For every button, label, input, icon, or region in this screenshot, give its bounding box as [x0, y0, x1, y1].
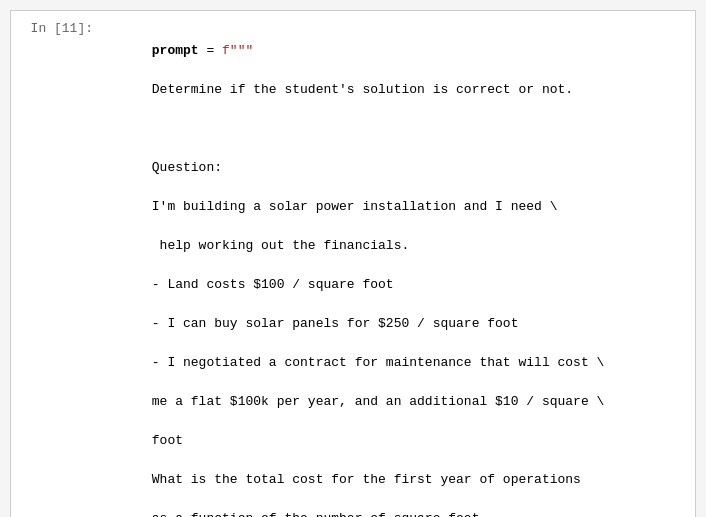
line-q5: What is the total cost for the first yea… [152, 472, 581, 487]
line-q4c: foot [152, 433, 183, 448]
line-q2: - Land costs $100 / square foot [152, 277, 394, 292]
line-q1: I'm building a solar power installation … [152, 199, 558, 214]
var-prompt: prompt [152, 43, 199, 58]
line-q4: - I negotiated a contract for maintenanc… [152, 355, 604, 370]
str-fquote: f""" [222, 43, 253, 58]
line-q6: as a function of the number of square fe… [152, 511, 487, 518]
line-q4b: me a flat $100k per year, and an additio… [152, 394, 604, 409]
line-1: Determine if the student's solution is c… [152, 82, 573, 97]
line-question: Question: [152, 160, 222, 175]
notebook-cell: In [11]: prompt = f""" Determine if the … [10, 10, 696, 517]
line-q3: - I can buy solar panels for $250 / squa… [152, 316, 519, 331]
cell-code: prompt = f""" Determine if the student's… [101, 11, 695, 517]
line-q1b: help working out the financials. [152, 238, 409, 253]
cell-label: In [11]: [11, 11, 101, 517]
